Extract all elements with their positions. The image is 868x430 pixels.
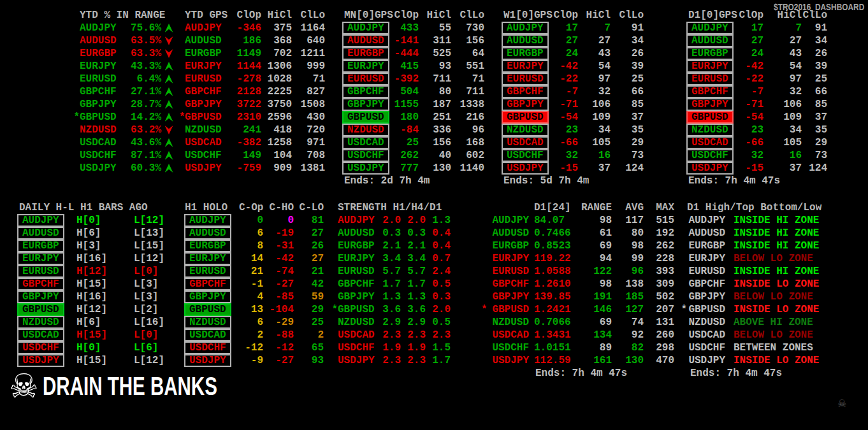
pair-button[interactable]: EURJPY (502, 60, 549, 73)
pair-button[interactable]: GBPJPY (17, 290, 64, 303)
cllo-value: 216 (451, 111, 484, 124)
header-label: STRENGTH H1/H4/D1 (338, 201, 442, 214)
pair-cell: USDCHF (500, 149, 551, 162)
hicl-value: 106 (578, 98, 611, 111)
pair-button[interactable]: AUDJPY (502, 22, 549, 34)
pair-button[interactable]: GBPJPY (184, 290, 231, 303)
pair-button[interactable]: EURUSD (17, 265, 64, 278)
pair-button[interactable]: USDCAD (342, 136, 389, 149)
pair-button[interactable]: EURJPY (342, 60, 389, 73)
pair-button[interactable]: GBPUSD (502, 111, 549, 124)
pair-button[interactable]: GBPCHF (686, 85, 734, 98)
pair-button[interactable]: EURJPY (17, 252, 64, 265)
pair-button[interactable]: USDCHF (184, 341, 231, 354)
clop-value: 17 (736, 22, 763, 34)
hicl-value: 55 (419, 22, 451, 34)
header-label: MN[0]GPS (341, 9, 392, 22)
pair-button[interactable]: AUDUSD (342, 34, 389, 47)
hicl-value: 37 (578, 162, 611, 175)
clop-value: -382 (228, 136, 261, 149)
pair-button[interactable]: USDCAD (17, 329, 64, 341)
range-value: 161 (581, 354, 612, 367)
pair-button[interactable]: USDJPY (502, 162, 549, 175)
pair-button[interactable]: EURGBP (184, 240, 231, 252)
pair-button[interactable]: EURGBP (686, 47, 734, 60)
pair-button[interactable]: USDJPY (342, 162, 389, 175)
pair-button[interactable]: EURGBP (17, 240, 64, 252)
range-value: 89 (581, 341, 612, 354)
pair-button[interactable]: GBPCHF (502, 85, 549, 98)
pair-button[interactable]: EURJPY (184, 252, 231, 265)
pair-button[interactable]: AUDJPY (342, 22, 389, 34)
pair-button[interactable]: EURUSD (686, 73, 734, 85)
pair-button[interactable]: EURGBP (502, 47, 549, 60)
table-row: USDCHF 87.1% (73, 149, 177, 162)
table-row: GBPJPY 3722 3750 1508 (179, 98, 325, 111)
pair-button[interactable]: USDCHF (17, 341, 64, 354)
pair-button[interactable]: NZDUSD (17, 316, 64, 329)
pair-button[interactable]: NZDUSD (342, 124, 389, 136)
pair-button[interactable]: AUDUSD (17, 227, 64, 240)
pair-button[interactable]: GBPJPY (342, 98, 389, 111)
clop-value: -444 (392, 47, 419, 60)
pair-button[interactable]: AUDUSD (184, 227, 231, 240)
pair-button[interactable]: EURGBP (342, 47, 389, 60)
cllo-value: 1211 (292, 47, 325, 60)
pair-button[interactable]: GBPUSD (17, 303, 64, 316)
direction-arrow-icon (165, 87, 173, 96)
pair-button[interactable]: USDCHF (502, 149, 549, 162)
hicl-value: 80 (419, 85, 451, 98)
pair-button[interactable]: USDJPY (17, 354, 64, 367)
pair-button[interactable]: USDCHF (342, 149, 389, 162)
pair-button[interactable]: USDCAD (686, 136, 734, 149)
table-header: DAILY H-L H1 BARS AGO (13, 201, 191, 214)
pair-button[interactable]: GBPCHF (184, 278, 231, 290)
pct-value: 75.6% (118, 22, 161, 34)
c-lo-value: 59 (294, 290, 324, 303)
pair-button[interactable]: GBPCHF (342, 85, 389, 98)
avg-value: 130 (612, 354, 644, 367)
pair-button[interactable]: USDJPY (686, 162, 734, 175)
pair-button[interactable]: NZDUSD (686, 124, 734, 136)
max-value: 298 (644, 341, 674, 354)
pair-label: EURUSD (338, 265, 382, 278)
pair-button[interactable]: AUDJPY (184, 214, 231, 227)
hicl-value: 27 (763, 34, 802, 47)
pair-button[interactable]: AUDUSD (686, 34, 734, 47)
pair-button[interactable]: USDCHF (686, 149, 734, 162)
header-label: YTD % IN RANGE (80, 9, 165, 22)
table-row: USDJPY 60.3% (73, 162, 177, 175)
pair-button[interactable]: NZDUSD (184, 316, 231, 329)
hicl-value: 368 (261, 34, 292, 47)
pair-button[interactable]: AUDUSD (502, 34, 549, 47)
pair-button[interactable]: EURJPY (686, 60, 734, 73)
pair-button[interactable]: GBPJPY (686, 98, 734, 111)
cllo-value: 1140 (451, 162, 484, 175)
pair-button[interactable]: GBPUSD (342, 111, 389, 124)
table-row: EURGBP 24 43 26 (685, 47, 827, 60)
h4-strength: 3.4 (401, 252, 426, 265)
pair-button[interactable]: EURUSD (502, 73, 549, 85)
header-avg: AVG (612, 201, 644, 214)
pair-button[interactable]: USDCAD (184, 329, 231, 341)
pair-button[interactable]: GBPJPY (502, 98, 549, 111)
cllo-value: 551 (451, 60, 484, 73)
pair-button[interactable]: USDCAD (502, 136, 549, 149)
table-row: USDJPY -9 -27 93 (182, 354, 324, 367)
pair-button[interactable]: NZDUSD (502, 124, 549, 136)
pair-button[interactable]: EURUSD (342, 73, 389, 85)
price-value: 1.2421 (529, 303, 581, 316)
table-row: GBPCHF -7 32 66 (685, 85, 827, 98)
pair-button[interactable]: GBPUSD (184, 303, 231, 316)
small-skull-icon[interactable]: ☠ (837, 398, 846, 410)
pair-button[interactable]: AUDJPY (686, 22, 734, 34)
pair-button[interactable]: GBPUSD (686, 111, 734, 124)
pair-button[interactable]: EURUSD (184, 265, 231, 278)
pair-button[interactable]: GBPCHF (17, 278, 64, 290)
pair-button[interactable]: USDJPY (184, 354, 231, 367)
table-row: EURUSD 6.4% (73, 73, 177, 85)
pair-button[interactable]: AUDJPY (17, 214, 64, 227)
table-row: EURGBP INSIDE HI ZONE (681, 240, 868, 252)
direction-arrow-icon (165, 151, 173, 160)
table-row: AUDUSD -141 311 156 (341, 34, 484, 47)
